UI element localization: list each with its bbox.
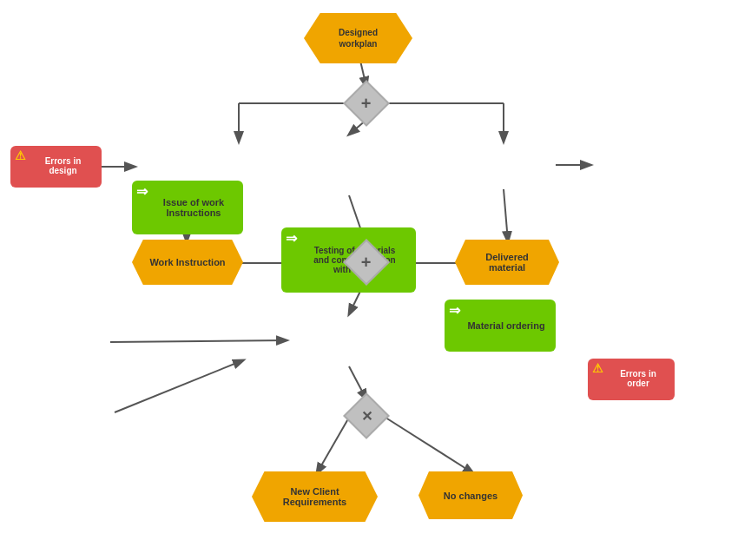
diagram-container: Designedworkplan + Errors in design Issu… <box>0 0 738 560</box>
work-instruction-node: Work Instruction <box>132 240 243 285</box>
svg-line-17 <box>317 416 350 473</box>
delivered-material-node: Deliveredmaterial <box>455 240 559 285</box>
gateway2-symbol: + <box>361 253 372 273</box>
gateway1-node: + <box>343 80 390 127</box>
new-client-requirements-label: New ClientRequirements <box>283 486 346 507</box>
no-changes-node: No changes <box>418 471 523 519</box>
material-ordering-label: Material ordering <box>467 320 544 331</box>
svg-line-15 <box>115 360 243 412</box>
svg-line-11 <box>504 189 508 241</box>
issue-work-instructions-label: Issue of workInstructions <box>163 197 224 218</box>
gateway3-symbol: ✕ <box>361 408 372 425</box>
work-instruction-label: Work Instruction <box>149 257 225 267</box>
designed-workplan-node: Designedworkplan <box>304 13 412 63</box>
new-client-requirements-node: New ClientRequirements <box>252 471 378 522</box>
material-ordering-node: Material ordering <box>445 300 556 352</box>
svg-line-18 <box>383 416 473 473</box>
gateway1-symbol: + <box>361 94 372 114</box>
errors-in-design-label: Errors in design <box>33 156 93 175</box>
errors-in-design-node: Errors in design <box>10 146 102 188</box>
no-changes-label: No changes <box>444 491 497 501</box>
gateway3-node: ✕ <box>343 392 390 439</box>
errors-in-order-label: Errors in order <box>610 369 666 388</box>
delivered-material-label: Deliveredmaterial <box>485 252 529 273</box>
errors-in-order-node: Errors in order <box>588 359 675 400</box>
svg-line-14 <box>110 340 287 342</box>
issue-work-instructions-node: Issue of workInstructions <box>132 181 243 234</box>
